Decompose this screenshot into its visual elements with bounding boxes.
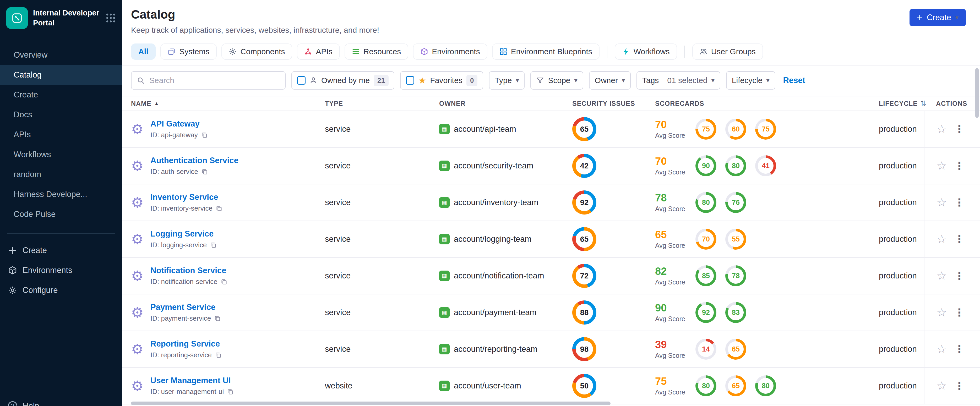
sidebar-item-configure[interactable]: Configure	[0, 280, 122, 300]
favorites-checkbox[interactable]	[406, 76, 414, 85]
copy-icon[interactable]	[210, 242, 217, 249]
scorecard-ring[interactable]: 60	[725, 119, 746, 140]
sidebar-item-environments[interactable]: Environments	[0, 260, 122, 280]
entity-name-link[interactable]: Reporting Service	[150, 339, 222, 349]
scorecard-ring[interactable]: 78	[725, 265, 746, 286]
security-issues-donut[interactable]: 42	[572, 154, 597, 178]
tab-environments[interactable]: Environments	[413, 43, 487, 60]
module-switcher-grid-icon[interactable]	[106, 13, 116, 23]
scorecard-ring[interactable]: 76	[725, 192, 746, 213]
favorite-star-icon[interactable]: ☆	[937, 124, 947, 135]
sidebar-item-help[interactable]: ? Help	[0, 396, 122, 406]
entity-name-link[interactable]: Notification Service	[150, 266, 228, 275]
tab-apis[interactable]: APIs	[297, 43, 340, 60]
more-actions-icon[interactable]: ⋮	[954, 271, 964, 281]
favorite-star-icon[interactable]: ☆	[937, 380, 947, 392]
column-header-name[interactable]: NAME ▲	[131, 100, 325, 108]
copy-icon[interactable]	[201, 132, 208, 138]
security-issues-donut[interactable]: 65	[572, 117, 597, 141]
security-issues-donut[interactable]: 50	[572, 374, 597, 398]
horizontal-scrollbar[interactable]	[131, 401, 611, 405]
tab-resources[interactable]: Resources	[345, 43, 408, 60]
scorecard-ring[interactable]: 92	[695, 302, 716, 323]
reset-button[interactable]: Reset	[783, 76, 805, 85]
scorecard-ring[interactable]: 70	[695, 229, 716, 250]
tab-environment-blueprints[interactable]: Environment Blueprints	[492, 43, 600, 60]
favorite-star-icon[interactable]: ☆	[937, 343, 947, 355]
scorecard-ring[interactable]: 55	[725, 229, 746, 250]
create-button[interactable]: + Create ▾	[910, 9, 966, 26]
scorecard-ring[interactable]: 65	[725, 375, 746, 396]
scorecard-ring[interactable]: 14	[695, 339, 716, 360]
scorecard-ring[interactable]: 90	[695, 155, 716, 176]
sidebar-item-code-pulse[interactable]: Code Pulse	[0, 204, 122, 224]
scorecard-ring[interactable]: 65	[725, 339, 746, 360]
favorite-star-icon[interactable]: ☆	[937, 197, 947, 208]
copy-icon[interactable]	[214, 315, 221, 322]
favorite-star-icon[interactable]: ☆	[937, 307, 947, 318]
entity-name-link[interactable]: Authentication Service	[150, 156, 239, 165]
type-filter-dropdown[interactable]: Type ▾	[489, 71, 525, 90]
tab-components[interactable]: Components	[221, 43, 292, 60]
copy-icon[interactable]	[215, 352, 222, 358]
sidebar-item-random[interactable]: random	[0, 165, 122, 184]
scorecard-ring[interactable]: 80	[725, 155, 746, 176]
sidebar-item-docs[interactable]: Docs	[0, 105, 122, 125]
security-issues-donut[interactable]: 72	[572, 264, 597, 288]
entity-name-link[interactable]: User Management UI	[150, 376, 234, 385]
security-issues-donut[interactable]: 88	[572, 300, 597, 325]
search-input[interactable]	[149, 76, 280, 85]
entity-name-link[interactable]: API Gateway	[150, 119, 208, 128]
entity-name-link[interactable]: Inventory Service	[150, 192, 223, 202]
scope-filter-dropdown[interactable]: Scope ▾	[530, 71, 583, 90]
more-actions-icon[interactable]: ⋮	[954, 344, 964, 354]
tab-systems[interactable]: Systems	[161, 43, 217, 60]
sidebar-item-workflows[interactable]: Workflows	[0, 144, 122, 165]
vertical-scrollbar[interactable]	[975, 68, 979, 118]
more-actions-icon[interactable]: ⋮	[954, 197, 964, 208]
column-header-lifecycle[interactable]: LIFECYCLE ⇅	[879, 99, 924, 108]
scorecard-ring[interactable]: 83	[725, 302, 746, 323]
owner-filter-dropdown[interactable]: Owner ▾	[589, 71, 631, 90]
security-issues-donut[interactable]: 92	[572, 190, 597, 214]
more-actions-icon[interactable]: ⋮	[954, 381, 964, 391]
entity-name-link[interactable]: Payment Service	[150, 303, 221, 312]
security-issues-donut[interactable]: 65	[572, 227, 597, 251]
more-actions-icon[interactable]: ⋮	[954, 160, 964, 171]
sidebar-item-overview[interactable]: Overview	[0, 45, 122, 65]
search-box[interactable]	[131, 71, 286, 90]
security-issues-donut[interactable]: 98	[572, 337, 597, 361]
owned-by-me-filter[interactable]: Owned by me 21	[291, 71, 395, 90]
tab-all[interactable]: All	[131, 43, 156, 60]
entity-name-link[interactable]: Logging Service	[150, 229, 217, 239]
more-actions-icon[interactable]: ⋮	[954, 234, 964, 244]
sidebar-item-harness-develope[interactable]: Harness Develope...	[0, 184, 122, 204]
copy-icon[interactable]	[216, 205, 223, 212]
scorecard-ring[interactable]: 41	[755, 155, 776, 176]
favorites-filter[interactable]: ★ Favorites 0	[400, 71, 483, 90]
scorecard-ring[interactable]: 80	[695, 375, 716, 396]
sidebar-item-create[interactable]: Create	[0, 85, 122, 105]
app-logo[interactable]	[6, 7, 28, 29]
tags-filter-dropdown[interactable]: Tags 01 selected ▾	[636, 71, 720, 90]
scorecard-ring[interactable]: 75	[755, 119, 776, 140]
sidebar-item-apis[interactable]: APIs	[0, 125, 122, 144]
sidebar-item-create[interactable]: Create	[0, 241, 122, 260]
more-actions-icon[interactable]: ⋮	[954, 307, 964, 318]
owned-by-me-checkbox[interactable]	[297, 76, 305, 85]
favorite-star-icon[interactable]: ☆	[937, 270, 947, 282]
scorecard-ring[interactable]: 80	[755, 375, 776, 396]
favorite-star-icon[interactable]: ☆	[937, 160, 947, 171]
tab-workflows[interactable]: Workflows	[615, 43, 677, 60]
tab-user-groups[interactable]: User Groups	[692, 43, 763, 60]
sidebar-item-catalog[interactable]: Catalog	[0, 65, 122, 85]
copy-icon[interactable]	[221, 278, 228, 285]
copy-icon[interactable]	[227, 389, 234, 395]
scorecard-ring[interactable]: 85	[695, 265, 716, 286]
lifecycle-filter-dropdown[interactable]: Lifecycle ▾	[726, 71, 775, 90]
scorecard-ring[interactable]: 80	[695, 192, 716, 213]
favorite-star-icon[interactable]: ☆	[937, 233, 947, 245]
scorecard-ring[interactable]: 75	[695, 119, 716, 140]
copy-icon[interactable]	[201, 168, 208, 175]
more-actions-icon[interactable]: ⋮	[954, 124, 964, 134]
